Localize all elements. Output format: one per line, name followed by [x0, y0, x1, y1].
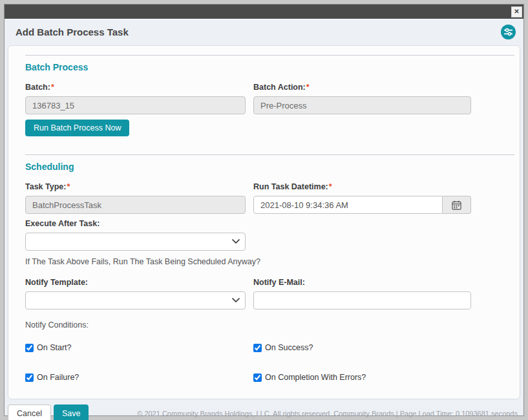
on-success-checkbox-item[interactable]: On Success? — [253, 343, 471, 352]
filter-sliders-icon[interactable] — [501, 25, 516, 39]
titlebar: ✕ — [5, 5, 523, 19]
notify-email-label: Notify E-Mail: — [253, 278, 471, 287]
calendar-icon[interactable] — [443, 196, 471, 214]
run-task-datetime-label-text: Run Task Datetime: — [253, 182, 328, 191]
cancel-button[interactable]: Cancel — [8, 404, 51, 420]
task-type-input — [25, 196, 246, 214]
batch-label: Batch:* — [25, 83, 246, 92]
on-start-checkbox-item[interactable]: On Start? — [25, 343, 246, 352]
notify-conditions-label: Notify Conditions: — [25, 320, 514, 330]
modal-window: ✕ Add Batch Process Task Batch Process B… — [4, 4, 524, 416]
on-completion-with-errors-label: On Completion With Errors? — [265, 373, 366, 382]
run-task-datetime-label: Run Task Datetime:* — [253, 182, 471, 191]
run-task-datetime-field: Run Task Datetime:* — [253, 182, 471, 214]
section-title-batch-process: Batch Process — [25, 62, 514, 72]
copyright-text: © 2021 Community Brands Holdings, LLC. A… — [137, 410, 518, 417]
required-marker: * — [67, 182, 70, 191]
execute-after-task-select[interactable] — [25, 233, 246, 251]
task-type-field: Task Type:* — [25, 182, 246, 214]
notify-template-select-wrap — [25, 291, 246, 310]
batch-action-label-text: Batch Action: — [253, 83, 306, 92]
scheduling-fields-row: Task Type:* Run Task Datetime:* — [25, 182, 514, 214]
batch-fields-row: Batch:* Batch Action:* — [25, 83, 514, 114]
on-start-label: On Start? — [37, 343, 72, 352]
on-success-checkbox[interactable] — [253, 344, 262, 352]
fail-note-text: If The Task Above Fails, Run The Task Be… — [25, 257, 514, 266]
batch-field: Batch:* — [25, 83, 246, 114]
section-title-scheduling: Scheduling — [25, 162, 514, 172]
on-completion-with-errors-checkbox[interactable] — [253, 373, 262, 382]
notify-template-label: Notify Template: — [25, 278, 246, 287]
notify-template-select[interactable] — [25, 291, 246, 310]
batch-action-input — [253, 96, 471, 114]
divider — [25, 154, 514, 155]
on-start-checkbox[interactable] — [25, 344, 34, 352]
checkbox-row-1: On Start? On Success? — [25, 343, 514, 352]
on-failure-checkbox-item[interactable]: On Failure? — [25, 373, 246, 382]
execute-after-row: Execute After Task: — [25, 219, 514, 251]
modal-footer: Cancel Save © 2021 Community Brands Hold… — [5, 399, 523, 420]
run-batch-process-now-button[interactable]: Run Batch Process Now — [25, 120, 129, 136]
required-marker: * — [329, 182, 332, 191]
execute-after-task-field: Execute After Task: — [25, 219, 246, 251]
checkbox-row-2: On Failure? On Completion With Errors? — [25, 373, 514, 382]
required-marker: * — [306, 83, 310, 92]
close-icon[interactable]: ✕ — [511, 6, 522, 17]
notify-template-field: Notify Template: — [25, 278, 246, 310]
batch-action-field: Batch Action:* — [253, 83, 471, 114]
run-task-datetime-input[interactable] — [253, 196, 443, 214]
execute-after-task-select-wrap — [25, 233, 246, 251]
batch-label-text: Batch: — [25, 83, 50, 92]
on-completion-with-errors-checkbox-item[interactable]: On Completion With Errors? — [253, 373, 471, 382]
page: { "window": { "close_glyph": "✕" }, "hea… — [0, 0, 528, 420]
required-marker: * — [51, 83, 54, 92]
modal-header: Add Batch Process Task — [5, 19, 523, 45]
save-button[interactable]: Save — [54, 404, 89, 420]
page-title: Add Batch Process Task — [16, 26, 129, 37]
on-failure-checkbox[interactable] — [25, 373, 34, 382]
notify-row: Notify Template: Notify E-Mail: — [25, 278, 514, 310]
divider — [25, 55, 514, 56]
on-success-label: On Success? — [265, 343, 313, 352]
notify-email-field: Notify E-Mail: — [253, 278, 471, 310]
execute-after-task-label: Execute After Task: — [25, 219, 246, 228]
task-type-label-text: Task Type: — [25, 182, 66, 191]
notify-email-input[interactable] — [253, 291, 471, 310]
task-type-label: Task Type:* — [25, 182, 246, 191]
datetime-input-group — [253, 196, 471, 214]
on-failure-label: On Failure? — [37, 373, 79, 382]
batch-action-label: Batch Action:* — [253, 83, 471, 92]
form-card: Batch Process Batch:* Batch Action:* Run… — [8, 45, 520, 399]
batch-input — [25, 96, 246, 114]
